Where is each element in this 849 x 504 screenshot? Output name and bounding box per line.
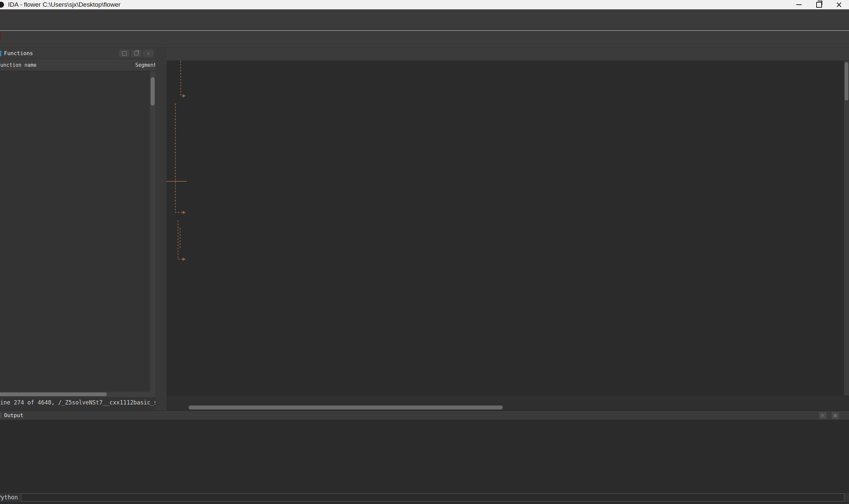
jump-arrows-graphic — [167, 61, 195, 395]
navigation-band[interactable] — [0, 30, 849, 39]
close-button[interactable]: × — [829, 0, 849, 10]
panel-close-button[interactable]: × — [143, 50, 153, 57]
disassembly-hscroll-thumb[interactable] — [189, 406, 503, 410]
functions-vscroll-thumb[interactable] — [151, 77, 155, 106]
functions-panel: Functions × Function name Segment Line 2… — [0, 48, 155, 411]
restore-button[interactable] — [809, 0, 829, 10]
toolbar — [0, 19, 849, 30]
output-console[interactable] — [0, 420, 849, 492]
column-header-function-name[interactable]: Function name — [0, 62, 133, 68]
titlebar: IDA - flower C:\Users\sjx\Desktop\flower… — [0, 0, 849, 10]
functions-vscrollbar[interactable] — [150, 71, 155, 392]
tabbar — [167, 48, 849, 61]
disassembly-view — [167, 61, 849, 395]
navigator-row: ◄ — [0, 30, 849, 40]
panel-restore-button[interactable] — [131, 50, 141, 57]
menubar — [0, 10, 849, 19]
app-icon — [0, 2, 4, 8]
python-row: Python — [0, 492, 849, 502]
column-header-segment[interactable]: Segment — [133, 62, 155, 68]
functions-panel-title: Functions — [4, 50, 33, 56]
disassembly-code[interactable] — [195, 61, 849, 395]
output-panel-header: Output ≡ ▤ — [0, 411, 849, 420]
disassembly-status-row — [167, 395, 849, 404]
disassembly-vscroll-thumb[interactable] — [845, 62, 848, 101]
panel-splitter[interactable] — [155, 48, 167, 411]
statusbar — [0, 502, 849, 504]
python-prompt-label: Python — [0, 494, 21, 501]
functions-panel-icon — [0, 51, 1, 56]
output-panel-icon — [0, 413, 1, 418]
disassembly-vscrollbar[interactable] — [844, 61, 849, 395]
jump-arrow-gutter — [167, 61, 195, 395]
window-title: IDA - flower C:\Users\sjx\Desktop\flower — [8, 1, 121, 8]
output-menu-icon[interactable]: ≡ — [819, 412, 826, 419]
functions-hscrollbar[interactable] — [0, 392, 155, 397]
color-legend — [0, 40, 849, 48]
panel-maximize-button[interactable] — [119, 50, 129, 57]
functions-list — [0, 71, 155, 392]
functions-hscroll-thumb[interactable] — [0, 393, 107, 396]
minimize-button[interactable] — [789, 0, 809, 10]
output-dock-icon[interactable]: ▤ — [832, 412, 839, 419]
disassembly-hscrollbar[interactable] — [167, 404, 849, 411]
functions-status-line: Line 274 of 4648, /_Z5solveNSt7__cxx1112… — [0, 397, 155, 411]
python-input[interactable] — [21, 493, 844, 501]
ida-window: IDA - flower C:\Users\sjx\Desktop\flower… — [0, 0, 849, 504]
output-panel-title: Output — [4, 412, 23, 418]
navband-marker — [0, 32, 1, 40]
